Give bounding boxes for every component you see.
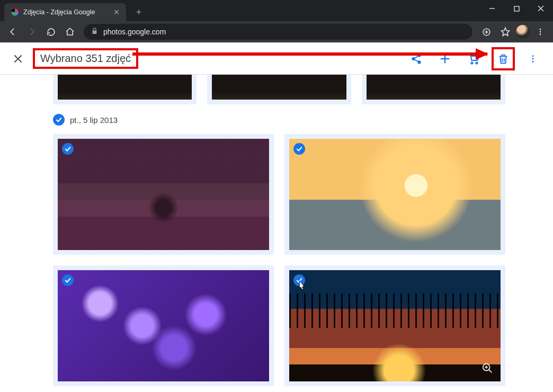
svg-point-8 [540,29,541,30]
photo-thumbnail[interactable] [362,75,505,104]
cursor-pointer-icon [296,280,307,296]
svg-line-28 [489,370,492,373]
svg-rect-1 [514,6,519,11]
browser-menu-button[interactable] [532,23,549,40]
date-select-all-checkmark-icon[interactable] [53,114,65,126]
date-section-header[interactable]: pt., 5 lip 2013 [53,114,505,126]
svg-point-10 [540,33,541,35]
more-options-button[interactable] [522,48,543,69]
tab-strip: Zdjęcia - Zdjęcia Google ✕ + [0,0,553,21]
browser-tab[interactable]: Zdjęcia - Zdjęcia Google ✕ [4,3,126,21]
svg-point-9 [540,31,541,33]
nav-forward-button[interactable] [23,23,40,40]
selection-count-annotation: Wybrano 351 zdjęć [33,48,138,69]
photo-grid-scroll[interactable]: pt., 5 lip 2013 [0,75,553,392]
lock-icon [91,28,98,36]
svg-marker-7 [502,28,510,36]
date-label: pt., 5 lip 2013 [70,115,118,124]
photo-selected-checkmark-icon[interactable] [293,143,305,155]
previous-section-row [53,75,505,104]
svg-point-26 [532,60,534,62]
tab-close-icon[interactable]: ✕ [113,8,120,16]
clear-selection-button[interactable] [10,50,26,67]
svg-line-17 [414,59,418,61]
app-page: Wybrano 351 zdjęć [0,42,553,392]
svg-point-20 [471,62,472,64]
delete-button-annotation [492,47,515,70]
window-maximize-button[interactable] [504,0,529,17]
url-text: photos.google.com [103,28,166,36]
window-minimize-button[interactable] [480,0,504,17]
photo-thumbnail[interactable] [53,265,274,386]
photo-thumbnail[interactable] [284,265,505,386]
photo-thumbnail[interactable] [53,134,274,255]
address-bar[interactable]: photos.google.com [84,24,472,40]
nav-back-button[interactable] [4,23,21,40]
install-app-button[interactable] [478,23,495,40]
bookmark-star-button[interactable] [497,23,514,40]
selection-count-text: Wybrano 351 zdjęć [40,52,131,64]
google-photos-favicon-icon [11,8,19,16]
photo-thumbnail[interactable] [207,75,351,104]
window-close-button[interactable] [529,0,553,17]
svg-line-16 [414,56,418,58]
svg-point-21 [476,62,477,64]
share-button[interactable] [406,48,427,69]
browser-chrome: Zdjęcia - Zdjęcia Google ✕ + photos.goog… [0,0,553,42]
browser-toolbar: photos.google.com [0,21,553,42]
profile-avatar[interactable] [516,25,530,39]
svg-point-24 [532,55,534,57]
annotation-arrow [132,52,487,56]
new-tab-button[interactable]: + [131,5,146,20]
zoom-icon[interactable] [481,362,493,376]
tab-title: Zdjęcia - Zdjęcia Google [23,8,109,16]
photo-selected-checkmark-icon[interactable] [62,143,74,155]
selection-toolbar: Wybrano 351 zdjęć [0,43,553,75]
photo-thumbnail[interactable] [284,134,505,255]
home-button[interactable] [61,23,78,40]
photo-thumbnail[interactable] [53,75,197,104]
svg-point-25 [532,58,534,59]
delete-button[interactable] [495,50,512,67]
reload-button[interactable] [42,23,59,40]
photo-selected-checkmark-icon[interactable] [62,274,74,286]
add-to-button[interactable] [434,48,456,69]
